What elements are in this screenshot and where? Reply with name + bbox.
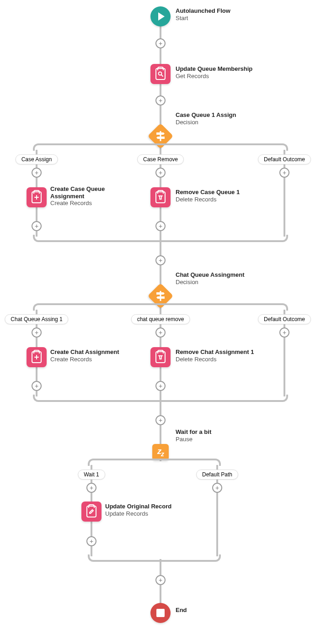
play-icon	[158, 12, 165, 21]
update-record-node[interactable]	[81, 501, 102, 522]
connector	[33, 395, 40, 402]
plus-icon	[32, 351, 42, 363]
add-element-button[interactable]	[86, 483, 96, 493]
remove-case-node[interactable]	[150, 187, 171, 207]
outcome-pill[interactable]: Default Path	[196, 470, 238, 480]
add-element-button[interactable]	[155, 95, 166, 106]
end-node[interactable]	[150, 603, 171, 623]
add-element-button[interactable]	[279, 168, 289, 178]
svg-line-5	[160, 196, 160, 199]
signpost-icon	[155, 131, 166, 141]
connector	[40, 143, 283, 145]
connector	[281, 235, 288, 242]
flow-canvas[interactable]: Autolaunched Flow Start Update Queue Mem…	[0, 0, 321, 644]
outcome-pill[interactable]: Wait 1	[78, 470, 105, 480]
connector	[33, 235, 40, 242]
add-element-button[interactable]	[155, 38, 166, 48]
outcome-pill[interactable]: Default Outcome	[258, 154, 311, 164]
outcome-pill[interactable]: Case Remove	[137, 154, 184, 164]
add-element-button[interactable]	[279, 327, 289, 338]
decision2-label: Chat Queue Assingment Decision	[176, 271, 244, 285]
connector	[40, 400, 283, 402]
create-chat-node[interactable]	[27, 347, 47, 367]
add-element-button[interactable]	[155, 327, 166, 338]
update-record-label: Update Original Record Update Records	[105, 503, 171, 517]
start-node[interactable]	[150, 6, 171, 26]
plus-icon	[32, 191, 42, 203]
pause-node[interactable]: zz	[152, 444, 169, 460]
add-element-button[interactable]	[86, 536, 96, 546]
pause-label: Wait for a bit Pause	[176, 428, 211, 443]
add-element-button[interactable]	[155, 255, 166, 265]
pencil-icon	[86, 506, 96, 517]
outcome-pill[interactable]: Case Assign	[16, 154, 58, 164]
outcome-pill[interactable]: chat queue remove	[131, 314, 190, 324]
connector	[95, 560, 215, 562]
add-element-button[interactable]	[32, 168, 42, 178]
connector	[88, 554, 95, 562]
connector	[40, 240, 283, 242]
svg-line-1	[161, 75, 163, 76]
add-element-button[interactable]	[155, 415, 166, 425]
get-records-label: Update Queue Membership Get Records	[176, 65, 252, 79]
create-case-label: Create Case Queue Assignment Create Reco…	[50, 185, 119, 207]
signpost-icon	[155, 291, 166, 301]
search-icon	[155, 68, 166, 80]
add-element-button[interactable]	[155, 575, 166, 585]
add-element-button[interactable]	[155, 168, 166, 178]
outcome-pill[interactable]: Default Outcome	[258, 314, 311, 324]
trash-icon	[155, 191, 166, 203]
get-records-node[interactable]	[150, 64, 171, 84]
add-element-button[interactable]	[155, 381, 166, 391]
add-element-button[interactable]	[32, 221, 42, 231]
remove-chat-label: Remove Chat Assignment 1 Delete Records	[176, 348, 254, 363]
connector	[40, 303, 283, 305]
add-element-button[interactable]	[32, 327, 42, 338]
connector	[214, 554, 221, 562]
remove-chat-node[interactable]	[150, 347, 171, 367]
start-label: Autolaunched Flow Start	[176, 7, 230, 21]
create-chat-label: Create Chat Assignment Create Records	[50, 348, 119, 363]
svg-line-11	[160, 356, 160, 359]
remove-case-label: Remove Case Queue 1 Delete Records	[176, 189, 240, 203]
outcome-pill[interactable]: Chat Queue Assing 1	[5, 314, 68, 324]
add-element-button[interactable]	[155, 221, 166, 231]
add-element-button[interactable]	[212, 483, 222, 493]
stop-icon	[156, 609, 165, 617]
pause-icon: zz	[157, 447, 164, 458]
create-case-node[interactable]	[27, 187, 47, 207]
decision1-label: Case Queue 1 Assign Decision	[176, 111, 236, 126]
trash-icon	[155, 351, 166, 363]
connector	[281, 395, 288, 402]
end-label: End	[176, 607, 187, 614]
svg-line-6	[161, 196, 162, 199]
add-element-button[interactable]	[32, 381, 42, 391]
svg-line-12	[161, 356, 162, 359]
connector	[95, 459, 215, 460]
